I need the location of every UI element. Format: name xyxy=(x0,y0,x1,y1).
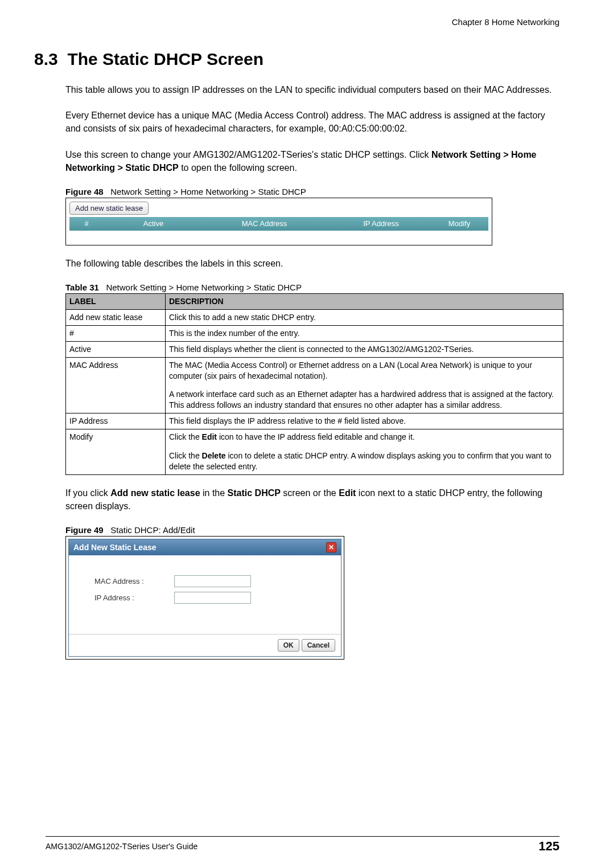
desc-paragraph: Click the Edit icon to have the IP addre… xyxy=(169,432,559,443)
figure48-screenshot: Add new static lease # Active MAC Addres… xyxy=(65,198,492,245)
figure49-caption: Figure 49 Static DHCP: Add/Edit xyxy=(65,525,559,535)
table-row: #This is the index number of the entry. xyxy=(66,325,563,341)
para3-pre: Use this screen to change your AMG1302/A… xyxy=(65,150,431,159)
para5-b1: Add new static lease xyxy=(110,488,200,498)
para5-b3: Edit xyxy=(339,488,356,498)
figure48-header-row: # Active MAC Address IP Address Modify xyxy=(69,217,488,231)
td-label: IP Address xyxy=(66,413,166,429)
td-description: Click this to add a new static DHCP entr… xyxy=(166,310,563,326)
td-label: Active xyxy=(66,341,166,357)
footer-page-number: 125 xyxy=(538,839,559,854)
desc-paragraph: This field displays the IP address relat… xyxy=(169,416,559,427)
mac-address-input[interactable] xyxy=(174,575,251,587)
footer-rule xyxy=(46,836,559,837)
th-description: DESCRIPTION xyxy=(166,294,563,310)
section-number: 8.3 xyxy=(34,50,58,68)
desc-paragraph: This is the index number of the entry. xyxy=(169,328,559,339)
table31-label: Table 31 xyxy=(65,282,99,292)
td-description: The MAC (Media Access Control) or Ethern… xyxy=(166,357,563,413)
ok-button[interactable]: OK xyxy=(278,639,299,652)
dialog-title: Add New Static Lease xyxy=(73,543,157,552)
dialog-window: Add New Static Lease ✕ MAC Address : IP … xyxy=(68,539,341,657)
para5-mid1: in the xyxy=(200,488,228,498)
table-row: ActiveThis field displays whether the cl… xyxy=(66,341,563,357)
figure49-caption-text: Static DHCP: Add/Edit xyxy=(110,525,195,535)
col-mac: MAC Address xyxy=(203,219,326,228)
para5-mid2: screen or the xyxy=(281,488,339,498)
td-description: This field displays whether the client i… xyxy=(166,341,563,357)
footer-guide: AMG1302/AMG1202-TSeries User's Guide xyxy=(46,842,197,851)
desc-paragraph: A network interface card such as an Ethe… xyxy=(169,389,559,411)
dialog-footer: OK Cancel xyxy=(69,634,341,656)
para5-pre: If you click xyxy=(65,488,110,498)
para-1: This table allows you to assign IP addre… xyxy=(65,83,559,96)
col-ip: IP Address xyxy=(326,219,437,228)
dialog-titlebar: Add New Static Lease ✕ xyxy=(69,539,341,555)
table31-caption: Table 31 Network Setting > Home Networki… xyxy=(65,282,559,292)
para-2: Every Ethernet device has a unique MAC (… xyxy=(65,109,559,135)
para-3: Use this screen to change your AMG1302/A… xyxy=(65,148,559,174)
th-label: LABEL xyxy=(66,294,166,310)
td-label: Modify xyxy=(66,429,166,475)
desc-paragraph: This field displays whether the client i… xyxy=(169,344,559,355)
table-row: IP AddressThis field displays the IP add… xyxy=(66,413,563,429)
table31: LABEL DESCRIPTION Add new static leaseCl… xyxy=(65,293,563,475)
table31-caption-text: Network Setting > Home Networking > Stat… xyxy=(106,282,301,292)
td-label: Add new static lease xyxy=(66,310,166,326)
chapter-header: Chapter 8 Home Networking xyxy=(34,17,559,27)
td-description: This is the index number of the entry. xyxy=(166,325,563,341)
col-modify: Modify xyxy=(437,219,482,228)
ip-address-input[interactable] xyxy=(174,592,251,604)
close-icon[interactable]: ✕ xyxy=(326,542,336,552)
para-5: If you click Add new static lease in the… xyxy=(65,486,559,513)
col-active: Active xyxy=(104,219,203,228)
dialog-body: MAC Address : IP Address : xyxy=(69,555,341,634)
section-title: The Static DHCP Screen xyxy=(67,50,264,68)
ip-address-label: IP Address : xyxy=(94,593,174,602)
figure48-label: Figure 48 xyxy=(65,187,104,196)
figure48-caption-text: Network Setting > Home Networking > Stat… xyxy=(110,187,306,196)
figure48-caption: Figure 48 Network Setting > Home Network… xyxy=(65,187,559,196)
para5-b2: Static DHCP xyxy=(228,488,281,498)
desc-paragraph: Click the Delete icon to delete a static… xyxy=(169,451,559,472)
mac-row: MAC Address : xyxy=(94,575,324,587)
ip-row: IP Address : xyxy=(94,592,324,604)
add-new-static-lease-button[interactable]: Add new static lease xyxy=(69,202,149,215)
section-heading: 8.3 The Static DHCP Screen xyxy=(34,50,559,69)
td-label: # xyxy=(66,325,166,341)
para3-post: to open the following screen. xyxy=(179,163,297,173)
td-label: MAC Address xyxy=(66,357,166,413)
table-row: MAC AddressThe MAC (Media Access Control… xyxy=(66,357,563,413)
mac-address-label: MAC Address : xyxy=(94,577,174,586)
td-description: Click the Edit icon to have the IP addre… xyxy=(166,429,563,475)
desc-paragraph: The MAC (Media Access Control) or Ethern… xyxy=(169,360,559,382)
figure49-label: Figure 49 xyxy=(65,525,104,535)
table-header-row: LABEL DESCRIPTION xyxy=(66,294,563,310)
cancel-button[interactable]: Cancel xyxy=(302,639,335,652)
td-description: This field displays the IP address relat… xyxy=(166,413,563,429)
desc-paragraph: Click this to add a new static DHCP entr… xyxy=(169,312,559,323)
para-4: The following table describes the labels… xyxy=(65,257,559,270)
col-num: # xyxy=(69,219,104,228)
table-row: ModifyClick the Edit icon to have the IP… xyxy=(66,429,563,475)
table-row: Add new static leaseClick this to add a … xyxy=(66,310,563,326)
figure49-screenshot: Add New Static Lease ✕ MAC Address : IP … xyxy=(65,536,344,660)
